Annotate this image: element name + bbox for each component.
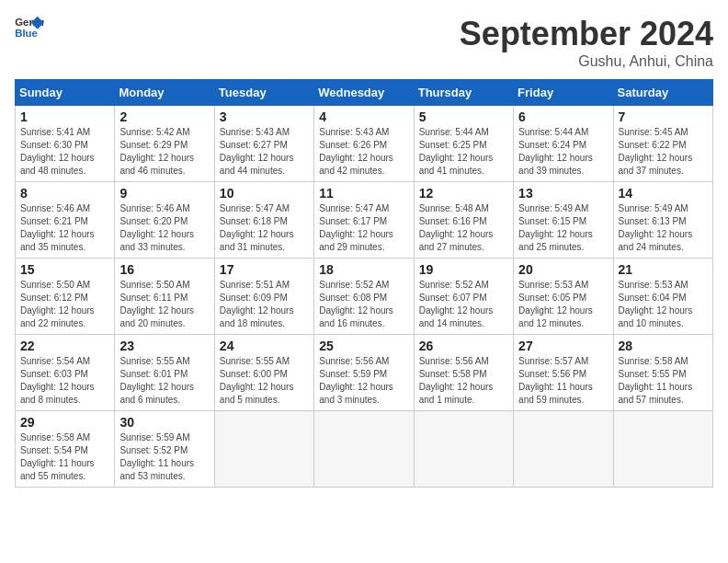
day-number: 4 bbox=[319, 109, 408, 124]
day-number: 26 bbox=[419, 339, 508, 353]
day-info: Sunrise: 5:52 AMSunset: 6:08 PMDaylight:… bbox=[319, 280, 393, 328]
day-info: Sunrise: 5:50 AMSunset: 6:11 PMDaylight:… bbox=[119, 280, 194, 328]
day-info: Sunrise: 5:59 AMSunset: 5:52 PMDaylight:… bbox=[119, 432, 194, 481]
header-monday: Monday bbox=[115, 80, 214, 106]
day-info: Sunrise: 5:55 AMSunset: 6:00 PMDaylight:… bbox=[220, 356, 294, 405]
calendar-cell: 13 Sunrise: 5:49 AMSunset: 6:15 PMDaylig… bbox=[514, 182, 613, 259]
header-tuesday: Tuesday bbox=[214, 80, 313, 106]
day-info: Sunrise: 5:46 AMSunset: 6:21 PMDaylight:… bbox=[20, 203, 95, 252]
calendar-week-row: 29 Sunrise: 5:58 AMSunset: 5:54 PMDaylig… bbox=[16, 411, 713, 488]
header-sunday: Sunday bbox=[16, 80, 115, 106]
calendar-week-row: 15 Sunrise: 5:50 AMSunset: 6:12 PMDaylig… bbox=[16, 259, 713, 335]
calendar-cell: 14 Sunrise: 5:49 AMSunset: 6:13 PMDaylig… bbox=[613, 182, 712, 259]
header-saturday: Saturday bbox=[613, 80, 712, 106]
day-info: Sunrise: 5:52 AMSunset: 6:07 PMDaylight:… bbox=[419, 280, 494, 328]
day-info: Sunrise: 5:57 AMSunset: 5:56 PMDaylight:… bbox=[518, 356, 593, 405]
calendar-cell: 15 Sunrise: 5:50 AMSunset: 6:12 PMDaylig… bbox=[16, 259, 115, 335]
day-info: Sunrise: 5:56 AMSunset: 5:59 PMDaylight:… bbox=[319, 356, 393, 405]
day-info: Sunrise: 5:47 AMSunset: 6:18 PMDaylight:… bbox=[220, 203, 294, 252]
day-info: Sunrise: 5:51 AMSunset: 6:09 PMDaylight:… bbox=[220, 280, 294, 328]
calendar-cell: 8 Sunrise: 5:46 AMSunset: 6:21 PMDayligh… bbox=[16, 182, 115, 259]
day-number: 9 bbox=[119, 186, 209, 201]
svg-text:Blue: Blue bbox=[15, 28, 38, 39]
day-info: Sunrise: 5:50 AMSunset: 6:12 PMDaylight:… bbox=[20, 280, 95, 328]
day-info: Sunrise: 5:54 AMSunset: 6:03 PMDaylight:… bbox=[20, 356, 95, 405]
day-info: Sunrise: 5:44 AMSunset: 6:25 PMDaylight:… bbox=[419, 127, 494, 176]
calendar-cell bbox=[514, 411, 613, 488]
day-number: 12 bbox=[419, 186, 508, 201]
calendar-cell: 21 Sunrise: 5:53 AMSunset: 6:04 PMDaylig… bbox=[613, 259, 712, 335]
calendar-cell: 4 Sunrise: 5:43 AMSunset: 6:26 PMDayligh… bbox=[314, 106, 414, 182]
day-number: 10 bbox=[220, 186, 309, 201]
day-info: Sunrise: 5:58 AMSunset: 5:55 PMDaylight:… bbox=[619, 356, 693, 405]
day-number: 7 bbox=[619, 109, 708, 124]
header-wednesday: Wednesday bbox=[314, 80, 414, 106]
day-number: 27 bbox=[518, 339, 608, 353]
calendar-cell: 23 Sunrise: 5:55 AMSunset: 6:01 PMDaylig… bbox=[115, 335, 214, 411]
day-number: 17 bbox=[220, 262, 309, 277]
weekday-header-row: Sunday Monday Tuesday Wednesday Thursday… bbox=[16, 80, 713, 106]
day-number: 20 bbox=[518, 262, 608, 277]
day-number: 24 bbox=[220, 339, 309, 353]
calendar-cell: 28 Sunrise: 5:58 AMSunset: 5:55 PMDaylig… bbox=[613, 335, 712, 411]
calendar-cell: 24 Sunrise: 5:55 AMSunset: 6:00 PMDaylig… bbox=[214, 335, 313, 411]
day-info: Sunrise: 5:43 AMSunset: 6:26 PMDaylight:… bbox=[319, 127, 393, 176]
calendar-cell bbox=[613, 411, 712, 488]
day-number: 2 bbox=[119, 109, 209, 124]
calendar-cell: 16 Sunrise: 5:50 AMSunset: 6:11 PMDaylig… bbox=[115, 259, 214, 335]
header-thursday: Thursday bbox=[414, 80, 513, 106]
day-number: 14 bbox=[619, 186, 708, 201]
calendar-cell: 22 Sunrise: 5:54 AMSunset: 6:03 PMDaylig… bbox=[16, 335, 115, 411]
day-number: 15 bbox=[20, 262, 109, 277]
calendar-cell: 17 Sunrise: 5:51 AMSunset: 6:09 PMDaylig… bbox=[214, 259, 313, 335]
day-number: 21 bbox=[619, 262, 708, 277]
day-info: Sunrise: 5:41 AMSunset: 6:30 PMDaylight:… bbox=[20, 127, 95, 176]
day-info: Sunrise: 5:53 AMSunset: 6:04 PMDaylight:… bbox=[619, 280, 693, 328]
calendar-body: 1 Sunrise: 5:41 AMSunset: 6:30 PMDayligh… bbox=[16, 106, 713, 488]
day-info: Sunrise: 5:48 AMSunset: 6:16 PMDaylight:… bbox=[419, 203, 494, 252]
calendar-cell bbox=[314, 411, 414, 488]
calendar-cell: 26 Sunrise: 5:56 AMSunset: 5:58 PMDaylig… bbox=[414, 335, 513, 411]
day-info: Sunrise: 5:58 AMSunset: 5:54 PMDaylight:… bbox=[20, 432, 95, 481]
day-info: Sunrise: 5:47 AMSunset: 6:17 PMDaylight:… bbox=[319, 203, 393, 252]
calendar-cell: 6 Sunrise: 5:44 AMSunset: 6:24 PMDayligh… bbox=[514, 106, 613, 182]
day-number: 1 bbox=[20, 109, 109, 124]
calendar-cell: 27 Sunrise: 5:57 AMSunset: 5:56 PMDaylig… bbox=[514, 335, 613, 411]
calendar-cell: 2 Sunrise: 5:42 AMSunset: 6:29 PMDayligh… bbox=[115, 106, 214, 182]
calendar-cell: 20 Sunrise: 5:53 AMSunset: 6:05 PMDaylig… bbox=[514, 259, 613, 335]
calendar-cell: 7 Sunrise: 5:45 AMSunset: 6:22 PMDayligh… bbox=[613, 106, 712, 182]
day-info: Sunrise: 5:46 AMSunset: 6:20 PMDaylight:… bbox=[119, 203, 194, 252]
calendar-cell bbox=[414, 411, 513, 488]
logo: General Blue bbox=[15, 15, 44, 40]
day-info: Sunrise: 5:56 AMSunset: 5:58 PMDaylight:… bbox=[419, 356, 494, 405]
calendar-cell: 25 Sunrise: 5:56 AMSunset: 5:59 PMDaylig… bbox=[314, 335, 414, 411]
day-number: 29 bbox=[20, 415, 109, 430]
calendar-cell: 18 Sunrise: 5:52 AMSunset: 6:08 PMDaylig… bbox=[314, 259, 414, 335]
calendar-cell: 19 Sunrise: 5:52 AMSunset: 6:07 PMDaylig… bbox=[414, 259, 513, 335]
day-number: 8 bbox=[20, 186, 109, 201]
day-number: 18 bbox=[319, 262, 408, 277]
day-number: 30 bbox=[119, 415, 209, 430]
day-number: 16 bbox=[119, 262, 209, 277]
calendar-cell: 10 Sunrise: 5:47 AMSunset: 6:18 PMDaylig… bbox=[214, 182, 313, 259]
day-info: Sunrise: 5:49 AMSunset: 6:13 PMDaylight:… bbox=[619, 203, 693, 252]
day-number: 22 bbox=[20, 339, 109, 353]
calendar-cell: 11 Sunrise: 5:47 AMSunset: 6:17 PMDaylig… bbox=[314, 182, 414, 259]
day-number: 28 bbox=[619, 339, 708, 353]
day-info: Sunrise: 5:53 AMSunset: 6:05 PMDaylight:… bbox=[518, 280, 593, 328]
header-friday: Friday bbox=[514, 80, 613, 106]
day-info: Sunrise: 5:55 AMSunset: 6:01 PMDaylight:… bbox=[119, 356, 194, 405]
day-number: 3 bbox=[220, 109, 309, 124]
page-header: General Blue September 2024 Gushu, Anhui… bbox=[15, 15, 713, 70]
day-info: Sunrise: 5:42 AMSunset: 6:29 PMDaylight:… bbox=[119, 127, 194, 176]
day-number: 6 bbox=[518, 109, 608, 124]
calendar-cell bbox=[214, 411, 313, 488]
day-info: Sunrise: 5:43 AMSunset: 6:27 PMDaylight:… bbox=[220, 127, 294, 176]
location-subtitle: Gushu, Anhui, China bbox=[460, 53, 713, 70]
day-info: Sunrise: 5:49 AMSunset: 6:15 PMDaylight:… bbox=[518, 203, 593, 252]
calendar-week-row: 22 Sunrise: 5:54 AMSunset: 6:03 PMDaylig… bbox=[16, 335, 713, 411]
calendar-cell: 29 Sunrise: 5:58 AMSunset: 5:54 PMDaylig… bbox=[16, 411, 115, 488]
month-title: September 2024 bbox=[460, 15, 713, 53]
calendar-week-row: 1 Sunrise: 5:41 AMSunset: 6:30 PMDayligh… bbox=[16, 106, 713, 182]
calendar-cell: 5 Sunrise: 5:44 AMSunset: 6:25 PMDayligh… bbox=[414, 106, 513, 182]
